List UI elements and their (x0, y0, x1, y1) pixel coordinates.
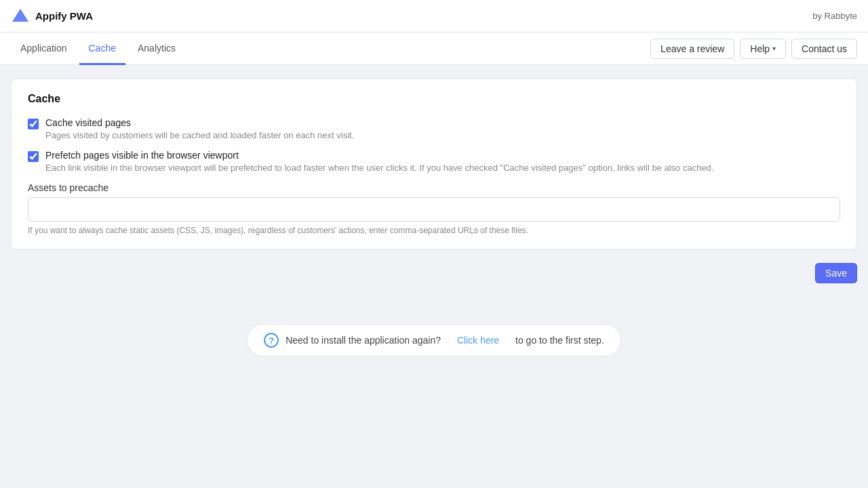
notice-text-after: to go to the first step. (515, 335, 604, 346)
cache-title: Cache (28, 93, 840, 105)
save-button[interactable]: Save (815, 263, 857, 283)
cache-card: Cache Cache visited pages Pages visited … (11, 79, 857, 249)
save-row: Save (11, 263, 857, 283)
tab-application[interactable]: Application (11, 33, 77, 65)
app-by: by Rabbyte (812, 11, 857, 21)
topbar-left: Appify PWA (11, 7, 93, 26)
cache-visited-desc: Pages visited by customers will be cache… (45, 130, 354, 140)
topbar: Appify PWA by Rabbyte (0, 0, 868, 33)
bottom-notice: ? Need to install the application again?… (11, 324, 857, 357)
cache-visited-checkbox[interactable] (28, 119, 39, 129)
tab-analytics[interactable]: Analytics (128, 33, 185, 65)
prefetch-viewport-desc: Each link visible in the browser viewpor… (45, 163, 713, 173)
notice-box: ? Need to install the application again?… (247, 324, 621, 357)
assets-section: Assets to precache If you want to always… (28, 182, 840, 235)
cache-visited-row: Cache visited pages Pages visited by cus… (28, 117, 840, 140)
prefetch-viewport-checkbox[interactable] (28, 151, 39, 162)
question-icon: ? (264, 333, 279, 348)
assets-hint: If you want to always cache static asset… (28, 226, 840, 235)
nav-actions: Leave a review Help ▾ Contact us (650, 39, 857, 59)
nav-tabs: Application Cache Analytics (11, 33, 185, 64)
prefetch-viewport-label[interactable]: Prefetch pages visible in the browser vi… (45, 150, 239, 161)
prefetch-viewport-content: Prefetch pages visible in the browser vi… (45, 150, 713, 173)
help-button[interactable]: Help ▾ (740, 39, 786, 59)
assets-input[interactable] (28, 197, 840, 222)
app-logo-icon (11, 7, 30, 26)
cache-visited-content: Cache visited pages Pages visited by cus… (45, 117, 354, 140)
app-title: Appify PWA (35, 10, 93, 22)
main-content: Cache Cache visited pages Pages visited … (0, 65, 868, 370)
navbar: Application Cache Analytics Leave a revi… (0, 33, 868, 65)
tab-cache[interactable]: Cache (79, 33, 125, 65)
chevron-down-icon: ▾ (772, 45, 776, 52)
cache-visited-label[interactable]: Cache visited pages (45, 117, 131, 128)
prefetch-viewport-row: Prefetch pages visible in the browser vi… (28, 150, 840, 173)
contact-us-button[interactable]: Contact us (791, 39, 857, 59)
notice-text-before: Need to install the application again? (285, 335, 441, 346)
help-label: Help (750, 43, 770, 54)
leave-review-button[interactable]: Leave a review (650, 39, 734, 59)
assets-label: Assets to precache (28, 182, 840, 193)
notice-link[interactable]: Click here (457, 335, 499, 346)
